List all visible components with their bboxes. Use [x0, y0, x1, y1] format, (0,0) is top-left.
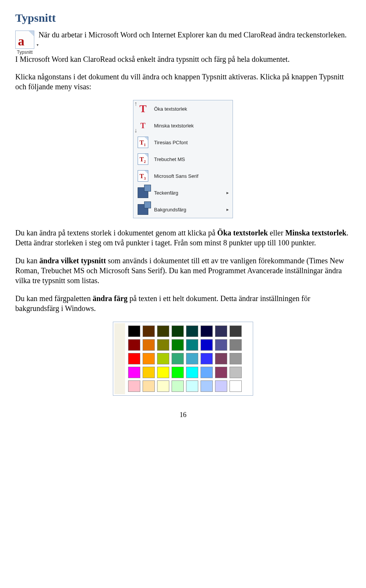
color-swatch[interactable] — [201, 353, 213, 364]
decrease-text-icon: T — [136, 119, 149, 132]
menu-item-label: Öka textstorlek — [154, 106, 187, 112]
typsnitt-menu: T Öka textstorlek T Minska textstorlek T… — [133, 100, 233, 218]
color-palette — [113, 322, 253, 396]
increase-text-icon: T — [136, 102, 149, 115]
menu-item-font-3[interactable]: T3 Microsoft Sans Serif — [133, 168, 233, 184]
paragraph-5: Du kan med färgpaletten ändra färg på te… — [15, 294, 351, 313]
toolbar-button-label: Typsnitt — [15, 50, 34, 55]
menu-item-font-2[interactable]: T2 Trebuchet MS — [133, 151, 233, 168]
bg-color-icon — [136, 203, 149, 216]
color-swatch[interactable] — [186, 367, 198, 378]
color-swatch[interactable] — [172, 353, 184, 364]
menu-item-increase-text[interactable]: T Öka textstorlek — [133, 100, 233, 117]
menu-item-label: Tiresias PCfont — [154, 140, 188, 145]
color-swatch[interactable] — [143, 353, 155, 364]
color-swatch[interactable] — [215, 353, 227, 364]
color-swatch[interactable] — [128, 339, 140, 351]
color-swatch[interactable] — [128, 353, 140, 364]
color-swatch[interactable] — [157, 380, 169, 392]
color-swatch[interactable] — [201, 325, 213, 337]
dropdown-arrow-icon: ▾ — [37, 43, 39, 47]
color-swatch[interactable] — [157, 339, 169, 351]
color-swatch[interactable] — [157, 325, 169, 337]
paragraph-3: Du kan ändra på textens storlek i dokume… — [15, 228, 351, 248]
color-swatch[interactable] — [230, 325, 242, 337]
menu-item-label: Minska textstorlek — [154, 123, 194, 129]
color-swatch[interactable] — [215, 325, 227, 337]
color-swatch[interactable] — [215, 339, 227, 351]
color-swatch[interactable] — [143, 367, 155, 378]
text-color-icon — [136, 186, 149, 199]
submenu-arrow-icon: ▸ — [226, 207, 229, 212]
submenu-arrow-icon: ▸ — [226, 190, 229, 195]
color-swatch[interactable] — [143, 339, 155, 351]
page-title: Typsnitt — [15, 11, 351, 24]
font3-icon: T3 — [136, 169, 149, 182]
menu-item-bg-color[interactable]: Bakgrundsfärg ▸ — [133, 201, 233, 218]
menu-item-label: Bakgrundsfärg — [154, 207, 186, 213]
color-swatch[interactable] — [128, 367, 140, 378]
typsnitt-toolbar-button[interactable]: a ▾ Typsnitt — [15, 31, 34, 55]
color-swatch[interactable] — [215, 367, 227, 378]
intro-para: a ▾ Typsnitt När du arbetar i Microsoft … — [15, 31, 351, 64]
font-a-icon: a ▾ — [15, 31, 34, 49]
palette-grid — [127, 323, 243, 394]
menu-item-label: Trebuchet MS — [154, 156, 185, 162]
color-swatch[interactable] — [201, 367, 213, 378]
color-swatch[interactable] — [172, 367, 184, 378]
color-swatch[interactable] — [186, 339, 198, 351]
page-number: 16 — [15, 411, 351, 419]
color-swatch[interactable] — [201, 339, 213, 351]
color-swatch[interactable] — [230, 339, 242, 351]
color-swatch[interactable] — [230, 367, 242, 378]
color-swatch[interactable] — [128, 380, 140, 392]
palette-gutter — [114, 323, 125, 394]
color-swatch[interactable] — [215, 380, 227, 392]
color-swatch[interactable] — [172, 339, 184, 351]
font2-icon: T2 — [136, 153, 149, 166]
menu-item-text-color[interactable]: Teckenfärg ▸ — [133, 184, 233, 201]
color-swatch[interactable] — [143, 325, 155, 337]
font1-icon: T1 — [136, 136, 149, 149]
color-swatch[interactable] — [186, 325, 198, 337]
menu-item-label: Microsoft Sans Serif — [154, 173, 198, 179]
color-swatch[interactable] — [128, 325, 140, 337]
color-swatch[interactable] — [143, 380, 155, 392]
color-swatch[interactable] — [172, 325, 184, 337]
paragraph-4: Du kan ändra vilket typsnitt som används… — [15, 256, 351, 285]
color-swatch[interactable] — [157, 367, 169, 378]
paragraph-text: När du arbetar i Microsoft Word och Inte… — [15, 31, 347, 63]
color-swatch[interactable] — [201, 380, 213, 392]
paragraph-2: Klicka någonstans i det dokument du vill… — [15, 72, 351, 92]
color-swatch[interactable] — [186, 353, 198, 364]
color-swatch[interactable] — [230, 353, 242, 364]
menu-item-label: Teckenfärg — [154, 190, 178, 196]
menu-item-font-1[interactable]: T1 Tiresias PCfont — [133, 134, 233, 151]
color-swatch[interactable] — [157, 353, 169, 364]
color-swatch[interactable] — [172, 380, 184, 392]
color-swatch[interactable] — [230, 380, 242, 392]
color-swatch[interactable] — [186, 380, 198, 392]
menu-item-decrease-text[interactable]: T Minska textstorlek — [133, 117, 233, 134]
